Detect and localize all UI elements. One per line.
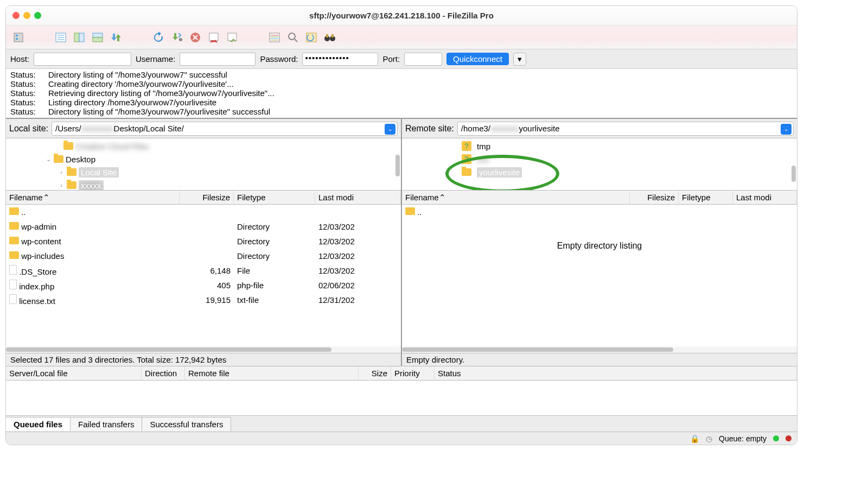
- local-file-list[interactable]: .. wp-adminDirectory12/03/202 wp-content…: [6, 205, 401, 346]
- remote-file-list[interactable]: .. Empty directory listing: [402, 205, 797, 346]
- host-input[interactable]: [34, 53, 131, 66]
- remote-site-label: Remote site:: [405, 124, 454, 134]
- tree-item[interactable]: xxx: [477, 155, 489, 164]
- password-input[interactable]: •••••••••••••: [302, 53, 378, 66]
- file-row[interactable]: wp-contentDirectory12/03/202: [6, 234, 401, 249]
- folder-icon: [67, 168, 76, 176]
- chevron-down-icon[interactable]: ⌄: [385, 124, 395, 135]
- file-row[interactable]: wp-includesDirectory12/03/202: [6, 249, 401, 263]
- tree-item[interactable]: xxxxx: [79, 180, 104, 191]
- file-name: wp-includes: [21, 251, 64, 261]
- status-indicator-red: [786, 435, 792, 441]
- file-row[interactable]: index.php405php-file02/06/202: [6, 278, 401, 293]
- tab-failed-transfers[interactable]: Failed transfers: [70, 417, 142, 431]
- unknown-folder-icon: ?: [462, 141, 471, 151]
- process-queue-icon[interactable]: [169, 29, 185, 46]
- scrollbar-vertical[interactable]: [792, 144, 796, 182]
- search-icon[interactable]: [285, 29, 301, 46]
- file-modified: 12/03/202: [315, 266, 401, 275]
- local-tree[interactable]: Creative Cloud Files ⌄Desktop ›Local Sit…: [6, 138, 401, 191]
- col-priority[interactable]: Priority: [391, 366, 435, 380]
- file-modified: 02/06/202: [315, 281, 401, 290]
- titlebar: sftp://yourwow7@162.241.218.100 - FileZi…: [6, 6, 797, 26]
- clock-icon[interactable]: ◷: [706, 434, 712, 443]
- quickconnect-button[interactable]: Quickconnect: [446, 53, 509, 65]
- toggle-remote-tree-icon[interactable]: [90, 29, 106, 46]
- local-site-bar: Local site: /Users/xxxxxxxxDesktop/Local…: [6, 119, 401, 138]
- file-panes: Local site: /Users/xxxxxxxxDesktop/Local…: [6, 119, 797, 366]
- folder-icon: [63, 142, 73, 150]
- col-direction[interactable]: Direction: [142, 366, 185, 380]
- binoculars-icon[interactable]: [322, 29, 338, 46]
- log-label: Status:: [10, 88, 48, 98]
- file-row[interactable]: ..: [402, 205, 797, 219]
- tree-item-selected[interactable]: yourlivesite: [477, 167, 522, 178]
- col-remote-file[interactable]: Remote file: [185, 366, 359, 380]
- refresh-icon[interactable]: [150, 29, 167, 46]
- site-manager-icon[interactable]: [10, 29, 27, 46]
- message-log[interactable]: Status:Directory listing of "/home3/your…: [6, 69, 797, 119]
- svg-rect-7: [74, 33, 79, 42]
- col-filename[interactable]: Filename ⌃: [402, 191, 630, 204]
- col-server-file[interactable]: Server/Local file: [6, 366, 142, 380]
- scrollbar-vertical[interactable]: [395, 144, 400, 182]
- remote-status: Empty directory.: [402, 353, 797, 366]
- file-modified: 12/03/202: [315, 237, 401, 246]
- chevron-down-icon[interactable]: ⌄: [781, 124, 792, 135]
- col-filename[interactable]: Filename ⌃: [6, 191, 180, 204]
- tab-queued-files[interactable]: Queued files: [5, 417, 71, 431]
- tree-item[interactable]: tmp: [477, 142, 490, 151]
- tree-item-selected[interactable]: Local Site: [79, 167, 119, 178]
- tree-item[interactable]: Desktop: [66, 155, 95, 164]
- toggle-local-tree-icon[interactable]: [71, 29, 87, 46]
- file-row[interactable]: wp-adminDirectory12/03/202: [6, 219, 401, 234]
- col-filesize[interactable]: Filesize: [180, 191, 234, 204]
- file-icon: [9, 280, 17, 289]
- svg-rect-13: [209, 33, 218, 41]
- remote-tree[interactable]: ?tmp ?xxx yourlivesite: [402, 138, 797, 191]
- file-row[interactable]: license.txt19,915txt-file12/31/202: [6, 293, 401, 307]
- file-name: license.txt: [19, 296, 55, 306]
- compare-icon[interactable]: [303, 29, 320, 46]
- svg-rect-25: [326, 34, 328, 37]
- svg-rect-14: [228, 33, 237, 41]
- lock-icon[interactable]: 🔒: [690, 434, 699, 443]
- col-filesize[interactable]: Filesize: [630, 191, 679, 204]
- file-type: txt-file: [234, 295, 315, 305]
- remote-file-header: Filename ⌃ Filesize Filetype Last modi: [402, 191, 797, 205]
- col-lastmod[interactable]: Last modi: [315, 191, 401, 204]
- svg-rect-9: [93, 33, 103, 37]
- file-type: Directory: [234, 222, 315, 231]
- folder-icon: [462, 168, 471, 176]
- toggle-queue-icon[interactable]: [108, 29, 124, 46]
- scrollbar-horizontal[interactable]: [6, 346, 401, 353]
- file-row[interactable]: .DS_Store6,148File12/03/202: [6, 263, 401, 278]
- file-row[interactable]: ..: [6, 205, 401, 219]
- reconnect-icon[interactable]: [224, 29, 240, 46]
- username-input[interactable]: [180, 53, 256, 66]
- remote-site-input[interactable]: /home3/xxxxxxxyourlivesite ⌄: [457, 122, 794, 136]
- sort-asc-icon: ⌃: [43, 193, 50, 202]
- file-modified: 12/03/202: [315, 251, 401, 261]
- window-title: sftp://yourwow7@162.241.218.100 - FileZi…: [6, 11, 797, 20]
- file-icon: [9, 294, 17, 304]
- local-site-input[interactable]: /Users/xxxxxxxxDesktop/Local Site/ ⌄: [52, 122, 398, 136]
- scrollbar-horizontal[interactable]: [402, 346, 797, 353]
- col-size[interactable]: Size: [359, 366, 391, 380]
- port-input[interactable]: [404, 53, 442, 66]
- cancel-icon[interactable]: [187, 29, 203, 46]
- quickconnect-dropdown-button[interactable]: ▾: [513, 53, 526, 66]
- file-size: 6,148: [180, 266, 234, 275]
- folder-icon: [9, 251, 19, 259]
- col-filetype[interactable]: Filetype: [234, 191, 315, 204]
- filter-icon[interactable]: [266, 29, 283, 46]
- log-message: Creating directory '/home3/yourwow7/your…: [48, 79, 234, 88]
- col-status[interactable]: Status: [435, 366, 797, 380]
- svg-line-21: [295, 39, 297, 42]
- tab-successful-transfers[interactable]: Successful transfers: [142, 417, 231, 431]
- col-filetype[interactable]: Filetype: [679, 191, 733, 204]
- disconnect-icon[interactable]: [206, 29, 222, 46]
- col-lastmod[interactable]: Last modi: [733, 191, 797, 204]
- toggle-log-icon[interactable]: [53, 29, 69, 46]
- transfer-queue[interactable]: [6, 381, 797, 415]
